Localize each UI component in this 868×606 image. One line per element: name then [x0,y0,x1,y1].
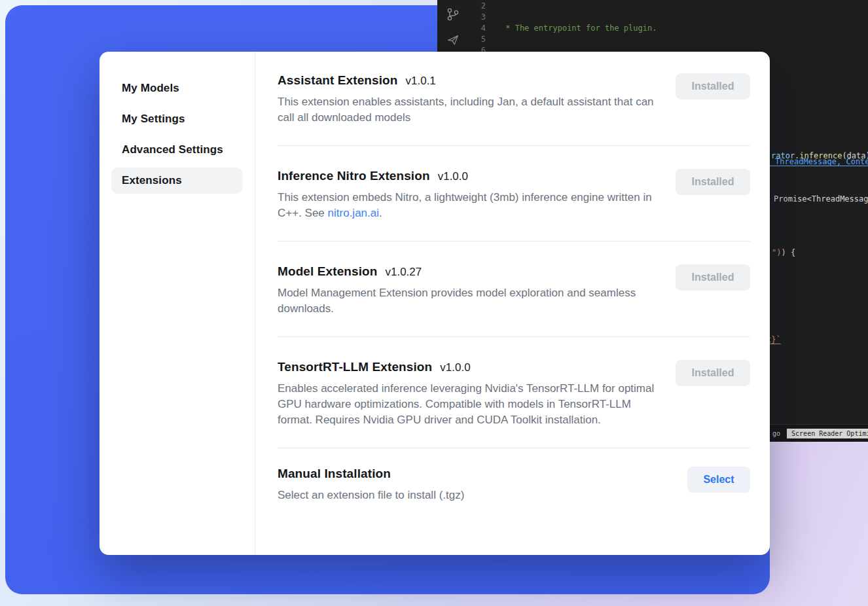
sidebar-item-advanced-settings[interactable]: Advanced Settings [111,137,243,163]
screen-reader-optimize-badge: Screen Reader Optimize [787,429,868,438]
settings-modal: My Models My Settings Advanced Settings … [99,52,770,555]
extension-row-nitro: Inference Nitro Extension v1.0.0 This ex… [278,146,750,241]
extension-title-row: TensortRT-LLM Extension v1.0.0 [278,360,659,374]
manual-installation-title: Manual Installation [278,467,391,481]
extension-title: Model Extension [278,264,377,279]
settings-sidebar: My Models My Settings Advanced Settings … [99,52,255,555]
extension-description: This extension enables assistants, inclu… [278,94,659,126]
extension-info: TensortRT-LLM Extension v1.0.0 Enables a… [278,360,659,428]
installed-button[interactable]: Installed [676,360,750,386]
installed-button[interactable]: Installed [676,264,750,291]
status-go-label: go [772,430,780,437]
extension-title-row: Model Extension v1.0.27 [278,264,659,279]
extension-info: Inference Nitro Extension v1.0.0 This ex… [278,169,659,221]
code-fragment-string: ")) { [772,247,795,258]
code-comment-line: * The entrypoint for the plugin. [501,24,657,33]
editor-status-bar: go Screen Reader Optimize [763,424,868,442]
paper-plane-icon [446,33,460,47]
manual-installation-description: Select an extension file to install (.tg… [278,488,464,503]
manual-installation-row: Manual Installation Select an extension … [278,448,750,503]
description-text-end: . [379,207,382,219]
code-fragment-brace: ) { [781,248,795,257]
extension-info: Model Extension v1.0.27 Model Management… [278,264,659,317]
extension-description: Enables accelerated inference leveraging… [278,381,659,428]
extension-version: v1.0.0 [440,361,470,374]
sidebar-item-my-models[interactable]: My Models [111,75,243,101]
editor-line-numbers: 2 3 4 5 6 [462,1,486,56]
nitro-jan-ai-link[interactable]: nitro.jan.ai [328,207,379,219]
code-fragment-fn: inference [799,151,842,160]
code-fragment-promise: Promise<ThreadMessage> [774,194,868,205]
extension-title: Assistant Extension [278,73,398,88]
extension-row-tensorrt: TensortRT-LLM Extension v1.0.0 Enables a… [278,337,750,448]
extension-info: Assistant Extension v1.0.1 This extensio… [278,73,659,126]
extension-title-row: Inference Nitro Extension v1.0.0 [278,169,659,183]
editor-activity-bar [441,7,465,47]
source-control-branch-icon [445,7,461,22]
code-fragment-inference: rator.inference(data)); [771,151,868,162]
sidebar-item-extensions[interactable]: Extensions [111,168,243,194]
extension-title-row: Manual Installation [278,467,464,481]
extensions-list: Assistant Extension v1.0.1 This extensio… [255,52,770,555]
extension-title: TensortRT-LLM Extension [278,360,432,374]
code-fragment-args: (data)); [842,151,868,160]
page-background: 2 3 4 5 6 * The entrypoint for the plugi… [0,0,868,606]
select-file-button[interactable]: Select [687,467,750,493]
extension-version: v1.0.1 [406,75,436,88]
extension-version: v1.0.0 [438,170,468,183]
extension-info: Manual Installation Select an extension … [278,467,464,503]
extension-row-assistant: Assistant Extension v1.0.1 This extensio… [278,73,750,146]
extension-title: Inference Nitro Extension [278,169,430,183]
installed-button[interactable]: Installed [676,73,750,99]
installed-button[interactable]: Installed [676,169,750,195]
code-fragment-quote: ") [772,248,781,257]
sidebar-item-my-settings[interactable]: My Settings [111,106,243,132]
extension-version: v1.0.27 [385,266,422,279]
code-fragment-var: rator. [771,151,799,160]
extension-description: This extension embeds Nitro, a lightweig… [278,190,659,221]
extension-description: Model Management Extension provides mode… [278,285,659,317]
extension-title-row: Assistant Extension v1.0.1 [278,73,659,88]
extension-row-model: Model Extension v1.0.27 Model Management… [278,241,750,337]
